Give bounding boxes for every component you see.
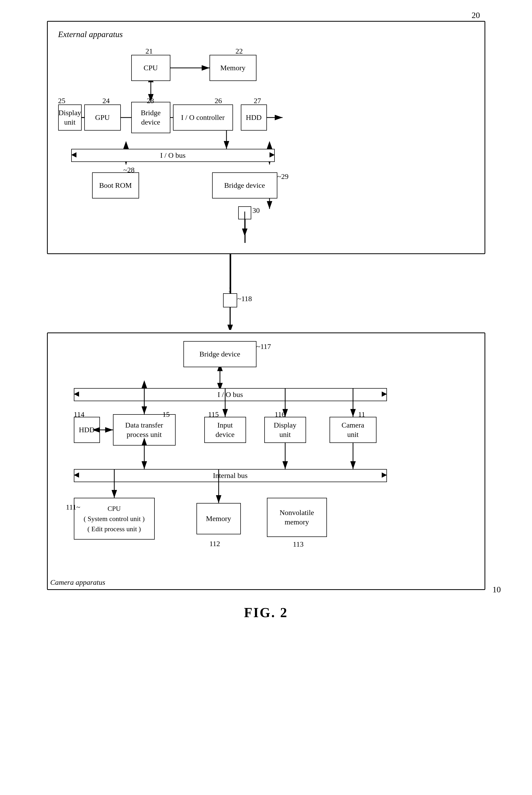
external-apparatus-label: External apparatus xyxy=(58,30,474,39)
camera-unit-box: Cameraunit xyxy=(329,417,377,443)
ref-115: 115 xyxy=(208,410,219,419)
ref-30: 30 xyxy=(252,206,260,215)
ref-22: 22 xyxy=(235,47,243,55)
camera-apparatus-box: Bridge device ~117 xyxy=(47,332,485,590)
diagram-wrapper: 20 External apparatus xyxy=(31,11,501,594)
ref-21: 21 xyxy=(146,47,153,55)
io-bus-cam-label: I / O bus xyxy=(217,391,243,399)
svg-marker-23 xyxy=(74,392,79,397)
camera-svg-below xyxy=(58,469,423,574)
ref-11: 11 xyxy=(358,410,365,419)
ref-23: 23 xyxy=(147,97,154,105)
ref-15: 15 xyxy=(163,410,170,419)
io-bus-cam-bar: I / O bus xyxy=(74,388,387,401)
cpu-box: CPU xyxy=(131,55,170,81)
ref-27: 27 xyxy=(254,97,261,105)
bridge-device-23-box: Bridgedevice xyxy=(131,102,170,133)
fig-label: FIG. 2 xyxy=(244,605,288,620)
ref-10: 10 xyxy=(31,585,501,594)
bridge-device-117-box: Bridge device xyxy=(184,341,256,367)
data-transfer-box: Data transferprocess unit xyxy=(113,414,176,446)
ref-28: ~28 xyxy=(124,166,135,174)
memory-top-box: Memory xyxy=(210,55,256,81)
ref-24: 24 xyxy=(102,97,110,105)
connector-118 xyxy=(223,293,237,307)
ref-25: 25 xyxy=(58,97,65,105)
connector-area: 1 ~118 xyxy=(47,254,485,332)
arrow-down-30 xyxy=(241,212,249,235)
boot-rom-box: Boot ROM xyxy=(92,173,139,198)
svg-marker-14 xyxy=(71,152,76,158)
input-device-box: Inputdevice xyxy=(204,417,246,443)
svg-marker-24 xyxy=(382,392,387,397)
ref-29: ~29 xyxy=(277,173,289,181)
external-svg xyxy=(58,44,476,243)
arrow-bridge117-down xyxy=(215,367,225,388)
svg-marker-15 xyxy=(269,152,275,158)
ref-116: 116 xyxy=(275,410,285,419)
io-controller-box: I / O controller xyxy=(173,105,233,131)
ref-118: ~118 xyxy=(238,294,252,303)
external-apparatus-inner: CPU 21 Memory 22 Bridgedevice 23 GPU 24 xyxy=(58,44,474,243)
bridge-device-29-box: Bridge device xyxy=(212,173,277,198)
display-unit-cam-box: Displayunit xyxy=(264,417,306,443)
io-bus-top-bar: I / O bus xyxy=(71,149,275,162)
io-bus-top-label: I / O bus xyxy=(160,151,186,160)
ref-26: 26 xyxy=(215,97,222,105)
ref-114: 114 xyxy=(74,410,84,419)
hdd-top-box: HDD xyxy=(241,105,267,131)
external-apparatus-box: External apparatus xyxy=(47,21,485,254)
display-unit-top-box: Displayunit xyxy=(58,105,82,131)
arrow-118-down xyxy=(226,317,234,330)
gpu-box: GPU xyxy=(84,105,121,131)
link-line xyxy=(230,254,231,293)
camera-apparatus-inner: Bridge device ~117 xyxy=(58,341,474,576)
ref-20: 20 xyxy=(472,11,480,20)
hdd-cam-box: HDD xyxy=(74,417,100,443)
ref-117: ~117 xyxy=(256,342,271,351)
